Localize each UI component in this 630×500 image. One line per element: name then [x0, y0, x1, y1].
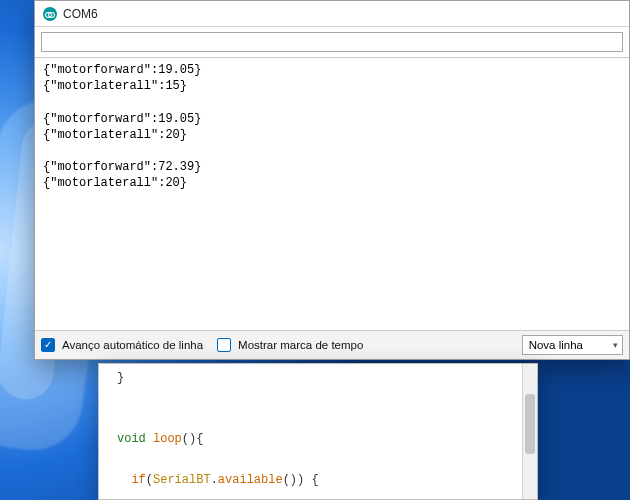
code-brace-close: } — [117, 371, 124, 385]
arduino-icon — [43, 7, 57, 21]
scrollbar-thumb[interactable] — [525, 394, 535, 454]
code-paren-open: ( — [146, 473, 153, 487]
autoscroll-checkbox[interactable]: ✓ — [41, 338, 55, 352]
code-cond-rest: ()) { — [283, 473, 319, 487]
code-fn-available: available — [218, 473, 283, 487]
serial-output[interactable]: {"motorforward":19.05} {"motorlaterall":… — [35, 58, 629, 330]
line-ending-select[interactable]: Nova linha ▾ — [522, 335, 623, 355]
code-scrollbar[interactable] — [522, 364, 537, 499]
code-keyword-if: if — [131, 473, 145, 487]
window-title: COM6 — [63, 7, 98, 21]
code-editor[interactable]: } void loop(){ if(SerialBT.available()) … — [99, 364, 537, 499]
code-dot-1: . — [211, 473, 218, 487]
line-ending-value: Nova linha — [529, 339, 583, 351]
code-keyword-void: void — [117, 432, 146, 446]
timestamp-label: Mostrar marca de tempo — [238, 339, 363, 351]
serial-monitor-window: COM6 {"motorforward":19.05} {"motorlater… — [34, 0, 630, 360]
autoscroll-label: Avanço automático de linha — [62, 339, 203, 351]
code-fn-loop: loop — [153, 432, 182, 446]
code-class-serialbt: SerialBT — [153, 473, 211, 487]
bottom-bar: ✓ Avanço automático de linha Mostrar mar… — [35, 330, 629, 359]
timestamp-checkbox[interactable] — [217, 338, 231, 352]
send-row — [35, 27, 629, 58]
code-editor-window: } void loop(){ if(SerialBT.available()) … — [98, 363, 538, 500]
titlebar: COM6 — [35, 1, 629, 27]
send-input[interactable] — [41, 32, 623, 52]
code-loop-sig: (){ — [182, 432, 204, 446]
chevron-down-icon: ▾ — [613, 340, 618, 350]
